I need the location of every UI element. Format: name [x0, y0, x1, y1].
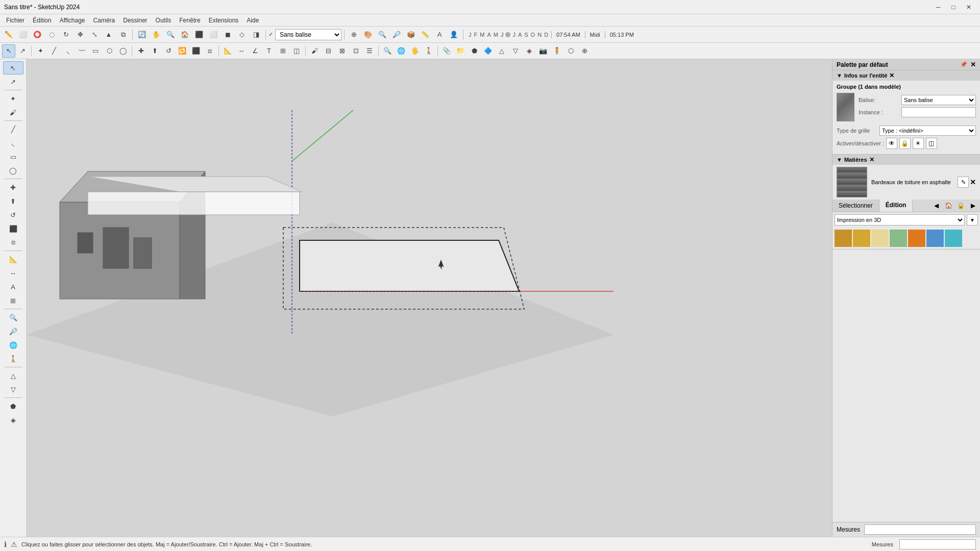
circle-tool-left[interactable]: ◯	[3, 164, 23, 177]
zoom2-btn[interactable]: 🔍	[381, 44, 394, 58]
print3d-action-btn[interactable]: ▼	[967, 214, 978, 226]
rect2-btn[interactable]: ▭	[89, 44, 102, 58]
eraser-btn[interactable]: ✦	[34, 44, 47, 58]
tl-j1[interactable]: J	[468, 32, 472, 38]
top-view-btn[interactable]: ⬜	[207, 28, 220, 41]
menu-aide[interactable]: Aide	[242, 16, 263, 25]
pan2-btn[interactable]: 🖐	[408, 44, 422, 58]
rect-tool-left[interactable]: ▭	[3, 150, 23, 163]
section2-btn[interactable]: ◫	[290, 44, 303, 58]
select2-btn[interactable]: ↗	[16, 44, 29, 58]
orbit-btn[interactable]: 🔄	[135, 28, 149, 41]
tl-a2[interactable]: A	[518, 32, 522, 38]
components-btn[interactable]: 📦	[404, 28, 418, 41]
tl-m1[interactable]: M	[479, 32, 485, 38]
move-tool-left[interactable]: ✚	[3, 181, 23, 194]
xray-btn[interactable]: ☰	[363, 44, 376, 58]
menu-camera[interactable]: Caméra	[89, 16, 119, 25]
offset-tool-left[interactable]: ⧈	[3, 236, 23, 249]
follow-btn[interactable]: 🔁	[176, 44, 189, 58]
walk-tool-left[interactable]: 🚶	[3, 352, 23, 365]
move-tool-btn[interactable]: ✥	[74, 28, 87, 41]
search2-btn[interactable]: 🔎	[390, 28, 403, 41]
sandbox3-btn[interactable]: ◈	[523, 44, 536, 58]
eraser-tool-left[interactable]: ✦	[3, 92, 23, 105]
tl-f[interactable]: F	[474, 32, 478, 38]
instance-input[interactable]	[901, 107, 976, 117]
offset-btn[interactable]: ⧉	[116, 28, 130, 41]
tl-j2[interactable]: J	[500, 32, 504, 38]
sandbox2-tool-left[interactable]: ▽	[3, 383, 23, 396]
matieres-close[interactable]: ✕	[869, 156, 874, 163]
render2-tool-left[interactable]: ◈	[3, 413, 23, 427]
pushtool-btn[interactable]: ⬆	[148, 44, 161, 58]
front-view-btn[interactable]: ⬛	[192, 28, 206, 41]
toggle-lock-icon[interactable]: 🔒	[899, 138, 911, 149]
push-pull-btn[interactable]: ▲	[102, 28, 115, 41]
rectangle-tool-btn[interactable]: ⬜	[16, 28, 30, 41]
tab-selectionner[interactable]: Sélectionner	[832, 199, 879, 212]
viewport[interactable]	[27, 59, 832, 537]
rotate2-btn[interactable]: ↺	[162, 44, 175, 58]
zoom-btn[interactable]: 🔍	[164, 28, 177, 41]
menu-edition[interactable]: Édition	[29, 16, 56, 25]
text-btn[interactable]: A	[433, 28, 446, 41]
sandbox-btn[interactable]: △	[495, 44, 508, 58]
sandbox-tool-left[interactable]: △	[3, 369, 23, 382]
text-tool-left[interactable]: A	[3, 280, 23, 293]
right-view-btn[interactable]: ◼	[221, 28, 234, 41]
tab-action-prev[interactable]: ◀	[931, 201, 941, 211]
axes-tool-left[interactable]: ⊞	[3, 294, 23, 307]
scale-tool-left[interactable]: ⬛	[3, 222, 23, 235]
toggle-visible-icon[interactable]: 👁	[886, 138, 897, 149]
tl-a1[interactable]: A	[486, 32, 491, 38]
orbit2-btn[interactable]: 🌐	[395, 44, 408, 58]
rotate-tool-btn[interactable]: ↻	[59, 28, 72, 41]
tl-o[interactable]: O	[530, 32, 536, 38]
text2-btn[interactable]: T	[262, 44, 276, 58]
polygon-btn[interactable]: ⬡	[103, 44, 116, 58]
measures-input-panel[interactable]	[864, 524, 976, 535]
menu-fichier[interactable]: Fichier	[2, 16, 29, 25]
tl-n[interactable]: N	[537, 32, 542, 38]
orbit-tool-left[interactable]: 🌐	[3, 338, 23, 352]
house-btn[interactable]: 🏠	[178, 28, 191, 41]
tl-m2[interactable]: M	[493, 32, 499, 38]
pan-btn[interactable]: ✋	[150, 28, 163, 41]
circle-tool-btn[interactable]: ⭕	[31, 28, 44, 41]
color-swatch-3[interactable]	[871, 230, 889, 247]
section3-btn[interactable]: ⊟	[322, 44, 335, 58]
zoom2-tool-left[interactable]: 🔎	[3, 324, 23, 338]
toggle-receive-shadow-icon[interactable]: ◫	[926, 138, 937, 149]
color-swatch-4[interactable]	[890, 230, 907, 247]
person-btn[interactable]: 👤	[447, 28, 460, 41]
walk-btn[interactable]: 🚶	[422, 44, 435, 58]
freehand-btn[interactable]: 〰	[75, 44, 88, 58]
smooth-btn[interactable]: 🔷	[481, 44, 495, 58]
color-swatch-6[interactable]	[926, 230, 944, 247]
tl-j3[interactable]: J	[512, 32, 516, 38]
print3d-dropdown[interactable]: Impression en 3D	[835, 214, 965, 226]
paint2-btn[interactable]: 🖌	[308, 44, 321, 58]
render-tool-left[interactable]: ⬟	[3, 399, 23, 413]
tab-edition[interactable]: Édition	[879, 199, 913, 212]
tab-action-next[interactable]: ▶	[968, 201, 978, 211]
section-btn[interactable]: ◨	[250, 28, 263, 41]
maximize-button[interactable]: □	[946, 2, 961, 13]
palette-close-button[interactable]: ✕	[970, 61, 976, 68]
arc-tool-left[interactable]: ◟	[3, 136, 23, 149]
offset2-btn[interactable]: ⧈	[203, 44, 216, 58]
scale2-btn[interactable]: ⬛	[189, 44, 203, 58]
component-btn[interactable]: 📎	[440, 44, 453, 58]
circle2-btn[interactable]: ◯	[116, 44, 130, 58]
color-swatch-7[interactable]	[945, 230, 962, 247]
material-edit-btn[interactable]: ✎	[958, 177, 969, 188]
entity-info-header[interactable]: ▼ Infos sur l'entité ✕	[832, 70, 980, 81]
paint-btn[interactable]: 🎨	[361, 28, 375, 41]
iso-view-btn[interactable]: ◇	[235, 28, 249, 41]
pencil-tool-btn[interactable]: ✏️	[2, 28, 15, 41]
zoom-tool-left[interactable]: 🔍	[3, 311, 23, 324]
advanced-btn[interactable]: ⬡	[564, 44, 577, 58]
sandbox2-btn[interactable]: ▽	[509, 44, 522, 58]
menu-extensions[interactable]: Extensions	[205, 16, 243, 25]
